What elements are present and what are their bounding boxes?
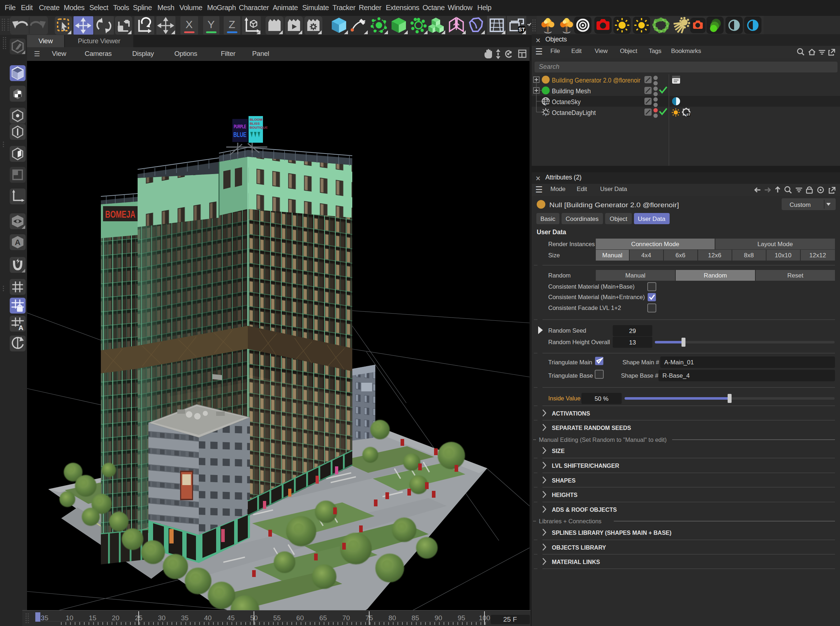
svg-text:Y: Y: [208, 19, 215, 30]
svg-text:A: A: [19, 324, 23, 332]
svg-text:LVL SHIFTER/CHANGER: LVL SHIFTER/CHANGER: [552, 463, 619, 469]
svg-text:A-Main_01: A-Main_01: [664, 359, 694, 366]
svg-text:MATERIAL LINKS: MATERIAL LINKS: [552, 559, 600, 565]
svg-text:35: 35: [181, 614, 188, 622]
svg-text:95: 95: [457, 614, 465, 622]
svg-text:Connection Mode: Connection Mode: [631, 241, 679, 247]
svg-text:3: 3: [41, 614, 45, 622]
svg-text:Size: Size: [548, 252, 560, 258]
svg-text:12x6: 12x6: [708, 252, 721, 259]
svg-text:Render Instances: Render Instances: [548, 241, 595, 247]
svg-text:Null [Building Generator 2.0 @: Null [Building Generator 2.0 @florenoir]: [549, 201, 679, 209]
svg-text:Consistent Facade LVL 1+2: Consistent Facade LVL 1+2: [548, 305, 621, 311]
svg-text:User Data: User Data: [537, 228, 566, 236]
svg-text:ST: ST: [687, 113, 691, 116]
svg-text:R-Base_4: R-Base_4: [662, 372, 690, 379]
svg-text:ACTIVATIONS: ACTIVATIONS: [552, 410, 590, 416]
svg-text:80: 80: [388, 614, 396, 622]
svg-text:29: 29: [629, 328, 636, 335]
svg-text:BLISS: BLISS: [250, 122, 260, 125]
svg-text:55: 55: [273, 614, 281, 622]
svg-text:10: 10: [66, 614, 73, 622]
svg-text:50 %: 50 %: [595, 395, 609, 402]
svg-text:OctaneSky: OctaneSky: [552, 98, 581, 106]
svg-text:ST: ST: [546, 102, 549, 105]
svg-text:Reset: Reset: [787, 272, 804, 279]
svg-text:90: 90: [434, 614, 442, 622]
svg-text:Random Seed: Random Seed: [548, 327, 586, 334]
svg-text:Consistent Material (Main+Entr: Consistent Material (Main+Entrance): [548, 294, 645, 300]
svg-text:12x12: 12x12: [809, 252, 826, 259]
svg-text:BLOOM: BLOOM: [250, 117, 262, 122]
svg-text:ST: ST: [519, 27, 525, 33]
svg-text:OBJECTS LIBRARY: OBJECTS LIBRARY: [552, 545, 606, 551]
svg-text:13: 13: [629, 339, 636, 346]
svg-text:40: 40: [204, 614, 211, 622]
svg-text:Shape Main #: Shape Main #: [623, 359, 659, 365]
svg-text:5: 5: [45, 614, 48, 622]
svg-text:SEPARATE RANDOM SEEDS: SEPARATE RANDOM SEEDS: [552, 425, 631, 431]
svg-text:X: X: [186, 19, 193, 30]
svg-text:User Data: User Data: [638, 216, 666, 222]
svg-text:45: 45: [227, 614, 234, 622]
svg-text:Manual: Manual: [602, 252, 623, 259]
svg-text:60: 60: [296, 614, 304, 622]
svg-text:Manual Editing (Set Random to: Manual Editing (Set Random to "Manual" t…: [539, 437, 667, 443]
svg-text:Coordinates: Coordinates: [565, 216, 599, 222]
svg-text:BOUTIQUE: BOUTIQUE: [250, 125, 268, 129]
svg-text:Building Generator 2.0 @floren: Building Generator 2.0 @florenoir: [552, 77, 641, 84]
svg-text:Random Height Overall: Random Height Overall: [548, 339, 610, 345]
svg-text:70: 70: [342, 614, 350, 622]
svg-text:Triangulate Main: Triangulate Main: [548, 359, 592, 365]
svg-text:30: 30: [158, 614, 166, 622]
svg-text:Libraries + Connections: Libraries + Connections: [539, 518, 601, 524]
svg-text:15: 15: [89, 614, 96, 622]
svg-text:Random: Random: [548, 272, 571, 279]
svg-text:SHAPES: SHAPES: [552, 477, 576, 484]
svg-text:8x8: 8x8: [744, 252, 754, 259]
svg-text:OctaneDayLight: OctaneDayLight: [552, 109, 596, 116]
svg-text:Consistent Material (Main+Base: Consistent Material (Main+Base): [548, 283, 635, 290]
svg-text:85: 85: [411, 614, 419, 622]
svg-text:25 F: 25 F: [503, 615, 517, 623]
svg-text:A: A: [15, 238, 20, 247]
svg-text:PURPLE: PURPLE: [234, 123, 246, 129]
svg-text:Custom: Custom: [790, 202, 811, 208]
svg-text:SIZE: SIZE: [552, 448, 565, 454]
svg-text:6x6: 6x6: [675, 252, 685, 259]
svg-text:Shape Base #: Shape Base #: [621, 372, 659, 379]
svg-text:BLUE: BLUE: [233, 131, 247, 138]
svg-text:20: 20: [112, 614, 119, 622]
svg-text:Object: Object: [609, 216, 627, 222]
svg-text:HEIGHTS: HEIGHTS: [552, 492, 578, 498]
svg-text:Triangulate Base: Triangulate Base: [548, 372, 593, 379]
svg-text:ADS & ROOF OBJECTS: ADS & ROOF OBJECTS: [552, 507, 617, 513]
svg-text:SPLINES LIBRARY (SHAPES MAIN +: SPLINES LIBRARY (SHAPES MAIN + BASE): [552, 530, 671, 536]
svg-text:ST: ST: [546, 113, 549, 116]
svg-text:65: 65: [319, 614, 327, 622]
svg-text:BOMEJA: BOMEJA: [105, 209, 136, 220]
svg-text:Z: Z: [229, 19, 235, 30]
svg-text:Inside Value: Inside Value: [548, 395, 581, 401]
svg-text:Layout Mode: Layout Mode: [757, 241, 793, 247]
svg-text:10x10: 10x10: [775, 252, 792, 259]
svg-text:Basic: Basic: [540, 216, 556, 222]
svg-text:Random: Random: [704, 272, 727, 279]
svg-text:4x4: 4x4: [641, 252, 651, 259]
svg-text:Building Mesh: Building Mesh: [552, 87, 591, 95]
svg-text:Manual: Manual: [625, 272, 645, 279]
